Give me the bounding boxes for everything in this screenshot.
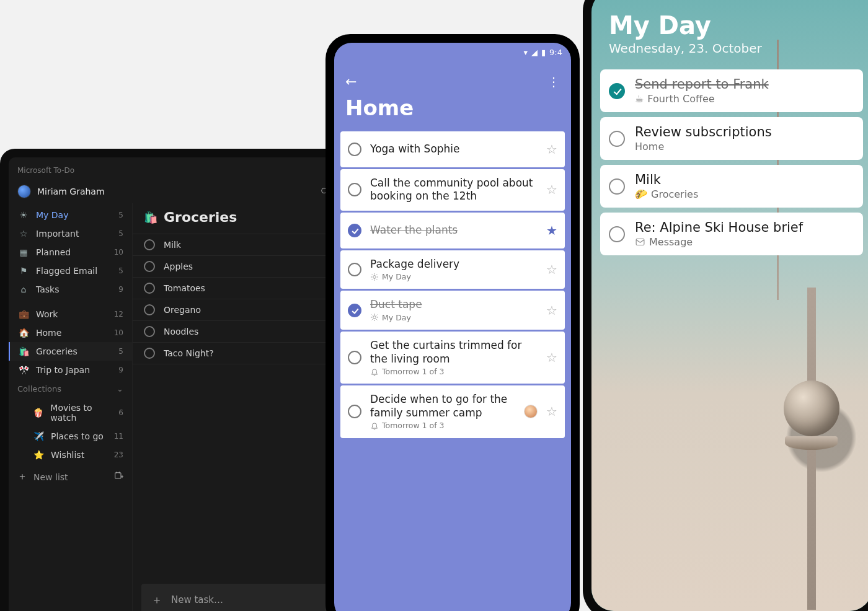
task-row[interactable]: Milk bbox=[133, 234, 339, 255]
sidebar-item-trip-to-japan[interactable]: 🎌 Trip to Japan 9 bbox=[9, 361, 132, 379]
checkbox-icon[interactable] bbox=[144, 239, 155, 250]
task-row[interactable]: Yoga with Sophie ☆ bbox=[340, 131, 565, 167]
username[interactable]: Miriam Graham bbox=[37, 187, 320, 196]
collections-label: Collections bbox=[17, 384, 61, 393]
plus-icon: ＋ bbox=[151, 592, 162, 607]
checkbox-icon[interactable] bbox=[348, 183, 361, 196]
task-row[interactable]: Water the plants ★ bbox=[340, 213, 565, 248]
checkbox-icon[interactable] bbox=[144, 283, 155, 294]
checkbox-icon[interactable] bbox=[348, 143, 361, 156]
list-title: Home bbox=[334, 92, 571, 131]
star-icon[interactable]: ★ bbox=[546, 223, 557, 238]
sidebar-item-count: 9 bbox=[118, 366, 123, 374]
sidebar-item-wishlist[interactable]: ⭐ Wishlist 23 bbox=[24, 446, 132, 464]
svg-point-16 bbox=[373, 316, 376, 319]
sidebar-item-planned[interactable]: ▦ Planned 10 bbox=[9, 243, 132, 262]
checkbox-icon[interactable] bbox=[348, 263, 361, 276]
more-button[interactable]: ⋮ bbox=[547, 74, 560, 89]
new-task-input[interactable]: ＋ New task… bbox=[141, 584, 330, 611]
task-row[interactable]: Re: Alpine Ski House brief Message bbox=[600, 213, 863, 255]
sidebar-item-important[interactable]: ☆ Important 5 bbox=[9, 224, 132, 243]
task-row[interactable]: Get the curtains trimmed for the living … bbox=[340, 332, 565, 384]
checkbox-icon[interactable] bbox=[144, 304, 155, 315]
checkbox-icon[interactable] bbox=[348, 224, 361, 237]
star-icon[interactable]: ☆ bbox=[546, 404, 557, 419]
task-title: Decide when to go for the family summer … bbox=[370, 393, 515, 420]
avatar[interactable] bbox=[17, 185, 31, 198]
sidebar-item-work[interactable]: 💼 Work 12 bbox=[9, 305, 132, 323]
checkbox-icon[interactable] bbox=[609, 226, 625, 242]
status-bar: ▾ ◢ ▮ 9:4 bbox=[515, 43, 571, 62]
checkbox-icon[interactable] bbox=[609, 83, 625, 99]
collections-header[interactable]: Collections ⌄ bbox=[9, 379, 132, 398]
task-title: Oregano bbox=[164, 305, 201, 315]
task-title: Noodles bbox=[164, 327, 198, 336]
task-subtitle: Tomorrow 1 of 3 bbox=[370, 367, 538, 377]
sidebar-item-count: 11 bbox=[114, 432, 123, 441]
checkbox-icon[interactable] bbox=[348, 351, 361, 364]
sidebar-item-groceries[interactable]: 🛍️ Groceries 5 bbox=[9, 342, 132, 361]
sidebar-item-label: Important bbox=[36, 229, 79, 239]
task-row[interactable]: Send report to Frank ☕Fourth Coffee bbox=[600, 69, 863, 112]
sidebar-item-tasks[interactable]: ⌂ Tasks 9 bbox=[9, 280, 132, 299]
task-row[interactable]: Duct tape My Day ☆ bbox=[340, 291, 565, 330]
list-icon: 💼 bbox=[17, 309, 30, 319]
back-button[interactable]: ← bbox=[345, 74, 356, 89]
checkbox-icon[interactable] bbox=[144, 326, 155, 337]
sidebar-item-movies-to-watch[interactable]: 🍿 Movies to watch 6 bbox=[24, 398, 132, 427]
list-icon: ⚑ bbox=[17, 266, 30, 276]
svg-line-24 bbox=[376, 315, 377, 315]
task-row[interactable]: Apples bbox=[133, 255, 339, 277]
star-icon[interactable]: ☆ bbox=[546, 142, 557, 157]
svg-line-13 bbox=[376, 279, 377, 279]
plus-icon: ＋ bbox=[17, 470, 27, 483]
task-title: Duct tape bbox=[370, 298, 538, 311]
svg-rect-25 bbox=[636, 239, 644, 245]
tablet-device: Microsoft To-Do Miriam Graham ☀ My Day 5… bbox=[0, 149, 347, 611]
star-icon[interactable]: ☆ bbox=[546, 303, 557, 318]
new-group-icon[interactable] bbox=[113, 471, 123, 483]
sidebar-item-label: Movies to watch bbox=[50, 403, 118, 423]
android-device: ▾ ◢ ▮ 9:4 ← ⋮ Home Yoga with Sophie ☆ Ca… bbox=[326, 34, 580, 611]
star-icon[interactable]: ☆ bbox=[546, 350, 557, 365]
checkbox-icon[interactable] bbox=[348, 304, 361, 317]
sidebar-item-count: 5 bbox=[118, 266, 123, 275]
task-row[interactable]: Milk 🌮Groceries bbox=[600, 165, 863, 208]
sidebar-item-label: Planned bbox=[36, 247, 71, 257]
task-row[interactable]: Oregano bbox=[133, 299, 339, 320]
sidebar-item-flagged-email[interactable]: ⚑ Flagged Email 5 bbox=[9, 262, 132, 280]
task-title: Review subscriptions bbox=[635, 125, 854, 139]
sidebar: ☀ My Day 5 ☆ Important 5 ▦ Planned 10 ⚑ … bbox=[9, 203, 133, 611]
task-row[interactable]: Call the community pool about booking on… bbox=[340, 169, 565, 211]
task-row[interactable]: Package delivery My Day ☆ bbox=[340, 250, 565, 289]
new-list-button[interactable]: ＋ New list bbox=[9, 464, 132, 490]
task-row[interactable]: Review subscriptions Home bbox=[600, 117, 863, 160]
task-title: Milk bbox=[635, 172, 854, 187]
sidebar-item-my-day[interactable]: ☀ My Day 5 bbox=[9, 206, 132, 224]
task-title: Tomatoes bbox=[164, 283, 205, 293]
list-icon: ☆ bbox=[17, 229, 30, 239]
task-title: Water the plants bbox=[370, 224, 538, 237]
list-icon: ✈️ bbox=[32, 431, 45, 441]
checkbox-icon[interactable] bbox=[609, 178, 625, 195]
sidebar-item-home[interactable]: 🏠 Home 10 bbox=[9, 323, 132, 342]
star-icon[interactable]: ☆ bbox=[546, 262, 557, 277]
task-row[interactable]: Taco Night? bbox=[133, 342, 339, 364]
list-icon: ⭐ bbox=[32, 450, 45, 460]
sidebar-item-places-to-go[interactable]: ✈️ Places to go 11 bbox=[24, 427, 132, 446]
star-icon[interactable]: ☆ bbox=[546, 182, 557, 197]
svg-rect-2 bbox=[115, 473, 121, 478]
task-title: Package delivery bbox=[370, 258, 538, 271]
checkbox-icon[interactable] bbox=[144, 261, 155, 272]
sidebar-item-label: Places to go bbox=[51, 431, 104, 441]
task-row[interactable]: Noodles bbox=[133, 320, 339, 342]
assignee-avatar[interactable] bbox=[524, 405, 538, 418]
wifi-icon: ▾ bbox=[523, 48, 528, 57]
task-row[interactable]: Tomatoes bbox=[133, 277, 339, 299]
list-icon: ☀ bbox=[17, 210, 30, 220]
status-time: 9:4 bbox=[549, 48, 562, 57]
task-row[interactable]: Decide when to go for the family summer … bbox=[340, 385, 565, 437]
checkbox-icon[interactable] bbox=[144, 348, 155, 359]
checkbox-icon[interactable] bbox=[348, 405, 361, 418]
checkbox-icon[interactable] bbox=[609, 131, 625, 147]
